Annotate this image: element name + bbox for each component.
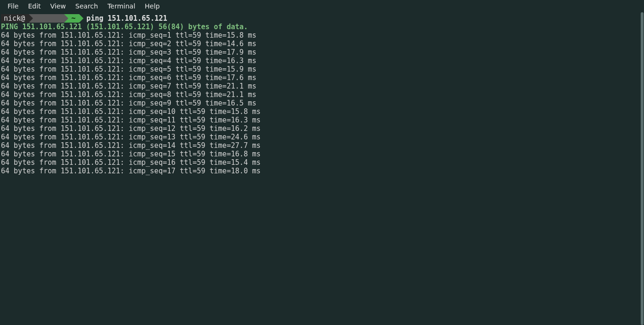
ping-reply: 64 bytes from 151.101.65.121: icmp_seq=2… <box>1 40 638 48</box>
ping-reply: 64 bytes from 151.101.65.121: icmp_seq=7… <box>1 82 638 90</box>
prompt: nick@ ~ <box>1 14 83 23</box>
menu-file[interactable]: File <box>3 1 23 11</box>
ping-reply: 64 bytes from 151.101.65.121: icmp_seq=1… <box>1 150 638 158</box>
prompt-user: nick@ <box>1 14 29 23</box>
ping-header: PING 151.101.65.121 (151.101.65.121) 56(… <box>1 23 638 31</box>
menu-terminal[interactable]: Terminal <box>103 1 140 11</box>
menu-help[interactable]: Help <box>140 1 165 11</box>
ping-reply: 64 bytes from 151.101.65.121: icmp_seq=4… <box>1 57 638 65</box>
menu-edit[interactable]: Edit <box>23 1 45 11</box>
ping-reply: 64 bytes from 151.101.65.121: icmp_seq=1… <box>1 116 638 124</box>
ping-reply: 64 bytes from 151.101.65.121: icmp_seq=1… <box>1 133 638 141</box>
ping-reply: 64 bytes from 151.101.65.121: icmp_seq=1… <box>1 167 638 175</box>
prompt-line: nick@ ~ping 151.101.65.121 <box>1 14 638 23</box>
menu-view[interactable]: View <box>46 1 71 11</box>
ping-reply: 64 bytes from 151.101.65.121: icmp_seq=9… <box>1 99 638 107</box>
ping-reply: 64 bytes from 151.101.65.121: icmp_seq=6… <box>1 73 638 82</box>
ping-reply: 64 bytes from 151.101.65.121: icmp_seq=1… <box>1 141 638 150</box>
scrollbar[interactable] <box>640 12 644 325</box>
chevron-right-icon <box>29 14 33 23</box>
ping-reply: 64 bytes from 151.101.65.121: icmp_seq=3… <box>1 48 638 57</box>
menu-search[interactable]: Search <box>71 1 103 11</box>
prompt-cwd: ~ <box>68 14 79 23</box>
menubar: FileEditViewSearchTerminalHelp <box>0 0 644 12</box>
ping-reply: 64 bytes from 151.101.65.121: icmp_seq=1… <box>1 158 638 167</box>
ping-reply: 64 bytes from 151.101.65.121: icmp_seq=8… <box>1 90 638 99</box>
ping-reply: 64 bytes from 151.101.65.121: icmp_seq=1… <box>1 124 638 133</box>
scrollbar-thumb[interactable] <box>641 12 644 325</box>
ping-reply: 64 bytes from 151.101.65.121: icmp_seq=1… <box>1 31 638 40</box>
terminal-output[interactable]: nick@ ~ping 151.101.65.121PING 151.101.6… <box>0 12 640 325</box>
ping-reply: 64 bytes from 151.101.65.121: icmp_seq=1… <box>1 107 638 116</box>
chevron-right-icon <box>64 14 68 23</box>
chevron-right-icon <box>79 14 83 23</box>
command-input[interactable]: ping 151.101.65.121 <box>83 14 167 23</box>
ping-reply: 64 bytes from 151.101.65.121: icmp_seq=5… <box>1 65 638 73</box>
prompt-host-redacted <box>33 14 64 23</box>
